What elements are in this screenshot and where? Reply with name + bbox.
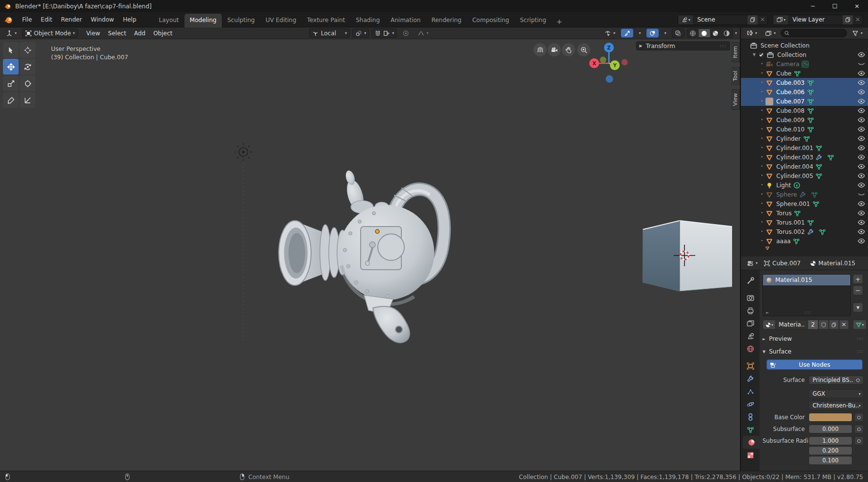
sidebar-tab-view[interactable]: View [731,89,740,110]
transform-orientation-dropdown[interactable]: Local ▾ [309,28,350,38]
outliner-row-cylinder-005[interactable]: ‣Cylinder.005 [741,171,868,180]
eye-open-icon[interactable] [857,228,866,236]
subsurface-radius-x-field[interactable]: 1.000 [809,436,852,445]
outliner-restriction-dropdown[interactable]: ▾ [762,28,779,38]
move-tool-button[interactable] [3,59,19,75]
eye-open-icon[interactable] [857,51,866,59]
workspace-tab-uv-editing[interactable]: UV Editing [260,14,302,27]
eye-open-icon[interactable] [857,181,866,189]
viewport-menu-object[interactable]: Object [149,28,176,38]
eye-open-icon[interactable] [857,200,866,208]
eye-open-icon[interactable] [857,144,866,152]
editor-type-button[interactable]: ▾ [3,28,20,38]
outliner-row-torus-002[interactable]: ‣Torus.002 [741,227,868,236]
raygun-model[interactable] [279,169,444,343]
outliner-row-cylinder[interactable]: ‣Cylinder [741,134,868,143]
eye-open-icon[interactable] [857,153,866,161]
workspace-tab-scripting[interactable]: Scripting [515,14,552,27]
disclosure-triangle[interactable]: ‣ [759,229,765,234]
new-material-button[interactable] [829,320,839,330]
viewport-menu-add[interactable]: Add [130,28,149,38]
disclosure-triangle[interactable]: ‣ [759,80,765,85]
disclosure-triangle[interactable]: ‣ [759,127,765,131]
search-input[interactable] [789,30,834,36]
blender-menu-icon[interactable] [4,15,13,24]
properties-tab-view-layer[interactable] [743,317,758,330]
measure-tool-button[interactable] [20,92,35,108]
zoom-button[interactable] [577,43,590,56]
shading-rendered-button[interactable] [721,29,733,37]
outliner-row-sphere-001[interactable]: ‣Sphere.001 [741,199,868,208]
orthographic-grid-button[interactable] [533,43,547,56]
workspace-tab-animation[interactable]: Animation [385,14,426,27]
annotate-tool-button[interactable] [3,92,19,108]
disclosure-triangle[interactable]: ‣ [759,108,765,113]
disclosure-triangle[interactable]: ‣ [759,90,765,94]
outliner-search[interactable] [781,29,847,37]
gizmos-toggle[interactable] [621,28,633,38]
workspace-tab-shading[interactable]: Shading [350,14,385,27]
surface-panel-header[interactable]: ▼ Surface ∷∷ [763,348,864,355]
properties-tab-material[interactable] [743,436,760,449]
workspace-tab-layout[interactable]: Layout [154,14,184,27]
pivot-point-dropdown[interactable]: ▾ [352,28,369,38]
material-slot-active[interactable]: Material.015 [763,275,850,285]
material-users-count[interactable]: 2 [808,320,818,330]
subsurface-radius-socket[interactable] [854,436,864,445]
shading-solid-button[interactable] [699,29,710,37]
outliner-row-sphere[interactable]: ‣Sphere [741,190,868,199]
eye-closed-icon[interactable] [857,60,866,68]
eye-open-icon[interactable] [857,116,866,124]
eye-open-icon[interactable] [857,125,866,133]
shading-dropdown[interactable]: ▾ [735,31,737,35]
material-name-field[interactable]: Materia.. [776,320,808,330]
sidebar-tab-item[interactable]: Item [731,42,740,62]
properties-tab-object[interactable] [743,359,758,372]
proportional-editing-button[interactable] [399,28,412,38]
surface-panel-grip[interactable]: ∷∷ [857,349,864,354]
outliner-row-cube[interactable]: ‣Cube [741,69,868,78]
surface-shader-button[interactable]: Principled BS.. [809,376,864,384]
shading-wireframe-button[interactable] [687,29,699,37]
properties-tab-object-data[interactable] [743,423,758,436]
disclosure-triangle[interactable]: ‣ [759,62,765,66]
properties-tab-physics[interactable] [743,398,758,410]
viewport-menu-select[interactable]: Select [104,28,130,38]
properties-tab-output[interactable] [743,304,758,317]
slot-specials-button[interactable]: ▼ [853,303,863,312]
xray-toggle[interactable] [672,28,684,38]
fake-user-button[interactable] [818,320,829,330]
disclosure-triangle[interactable]: ‣ [759,220,765,225]
outliner-row-cube-009[interactable]: ‣Cube.009 [741,115,868,125]
disclosure-triangle[interactable]: ‣ [759,136,765,141]
disclosure-triangle[interactable]: ‣ [759,155,765,159]
maximize-button[interactable]: ☐ [824,0,846,12]
minimize-button[interactable]: ─ [802,0,824,12]
remove-slot-button[interactable]: − [853,285,863,295]
eye-open-icon[interactable] [857,69,866,77]
outliner-row-light[interactable]: ‣Light [741,180,868,190]
outliner-row-torus[interactable]: ‣Torus [741,208,868,218]
subsurface-value-field[interactable]: 0.000 [809,425,852,433]
transform-panel-header[interactable]: ▶ Transform ∷∷ [636,41,730,51]
scene-selector[interactable]: ▾ Scene ✕ [678,15,768,25]
mode-dropdown[interactable]: Object Mode ▾ [22,28,78,38]
eye-open-icon[interactable] [857,209,866,217]
outliner-row-cube-006[interactable]: ‣Cube.006 [741,87,868,97]
viewport-canvas[interactable]: Z X Y User Perspective (39) Collection |… [0,39,740,471]
eye-closed-icon[interactable] [857,190,866,199]
shading-material-button[interactable] [710,29,721,37]
view-layer-copy-button[interactable] [842,15,853,25]
outliner-row-cylinder-004[interactable]: ‣Cylinder.004 [741,162,868,171]
outliner-row-cube-008[interactable]: ‣Cube.008 [741,106,868,115]
disclosure-triangle[interactable]: ‣ [759,99,765,103]
menu-help[interactable]: Help [118,14,140,25]
workspace-tab-modeling[interactable]: Modeling [184,14,222,27]
unlink-material-button[interactable]: ✕ [839,320,849,330]
close-button[interactable]: ✕ [846,0,868,12]
scale-tool-button[interactable] [3,76,19,91]
panel-grip[interactable]: ∷∷ [720,44,727,49]
outliner-row-cylinder-001[interactable]: ‣Cylinder.001 [741,143,868,152]
outliner-row-camera[interactable]: ‣Camera [741,59,868,69]
view-layer-selector[interactable]: ▾ View Layer ✕ [773,15,863,25]
